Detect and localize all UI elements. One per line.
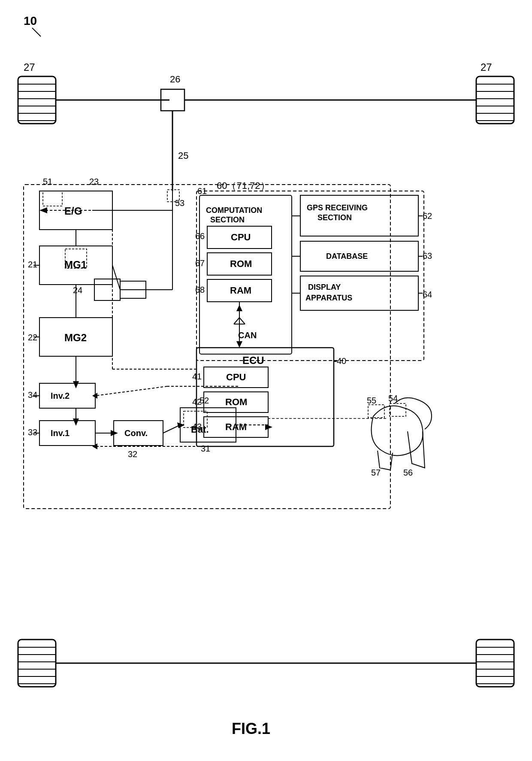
mg1-label: MG1 [64, 259, 87, 270]
label-51: 51 [43, 177, 52, 186]
cpu-top-label: CPU [231, 232, 251, 243]
wheel-top-right [476, 76, 514, 124]
label-64: 64 [423, 290, 432, 299]
can-arrow-down [236, 341, 242, 348]
accelerator-pedal [395, 398, 432, 429]
sensor-54-box [390, 403, 406, 416]
steering-wheel [372, 406, 423, 456]
power-split-box [94, 279, 120, 300]
sensor-55-box [368, 405, 384, 418]
gas-pedal [408, 431, 425, 468]
label-51-box [43, 191, 62, 206]
inv2-label: Inv.2 [51, 391, 70, 400]
label-40: 40 [337, 356, 346, 366]
label-26: 26 [170, 74, 180, 85]
label-61: 61 [197, 186, 207, 196]
label-24: 24 [73, 285, 82, 295]
label-57: 57 [371, 468, 381, 477]
gps-label2: SECTION [317, 213, 352, 222]
gps-label1: GPS RECEIVING [307, 203, 368, 212]
label-56: 56 [403, 468, 413, 477]
label-60: 60（71,72） [217, 180, 270, 191]
wheel-top-left [18, 76, 56, 124]
svg-line-30 [112, 265, 120, 290]
conv-label: Conv. [124, 428, 148, 438]
inv1-label: Inv.1 [51, 428, 70, 438]
label-27-left-top: 27 [24, 61, 35, 73]
label-25: 25 [178, 150, 188, 161]
figure-ref-10: 10 [24, 14, 37, 27]
label-41: 41 [192, 372, 202, 381]
label-53: 53 [175, 198, 184, 208]
bat-label: Bat. [191, 424, 209, 435]
display-box [300, 276, 418, 310]
wheel-bottom-right [476, 640, 514, 687]
display-label2: APPARATUS [305, 294, 352, 302]
label-62: 62 [423, 211, 432, 221]
label-66: 66 [195, 231, 205, 241]
ram-top-label: RAM [230, 285, 251, 296]
label-34: 34 [28, 390, 37, 400]
label-63: 63 [423, 251, 432, 261]
ecu-box [196, 348, 334, 446]
svg-line-37 [163, 425, 180, 433]
inv2-inv1-arrow [73, 418, 79, 426]
eg-label: E/G [64, 205, 82, 217]
label-33: 33 [28, 427, 37, 437]
svg-line-20 [239, 318, 245, 324]
svg-line-0 [32, 28, 41, 36]
label-21: 21 [28, 260, 37, 269]
fig-label: FIG.1 [232, 720, 270, 737]
diagram-container: 10 27 27 26 25 60（71,72） COMPUTATION SEC… [0, 0, 532, 761]
label-23: 23 [89, 177, 99, 186]
computation-section-label1: COMPUTATION [206, 206, 262, 215]
bat-ram-arrow [265, 424, 272, 430]
svg-line-45 [95, 386, 167, 396]
label-55: 55 [367, 396, 376, 405]
ecu-label: ECU [242, 355, 264, 366]
label-32: 32 [128, 449, 137, 459]
display-label1: DISPLAY [308, 283, 341, 291]
mg2-label: MG2 [64, 332, 87, 343]
wheel-bottom-left [18, 640, 56, 687]
cpu-ecu-label: CPU [226, 372, 246, 382]
label-54: 54 [388, 394, 398, 403]
database-label: DATABASE [326, 252, 368, 261]
label-31: 31 [201, 444, 210, 453]
mg2-inv2-arrow [73, 381, 79, 388]
computation-section-label2: SECTION [210, 215, 245, 224]
rom-ecu-label: ROM [225, 397, 247, 407]
svg-line-19 [234, 318, 239, 324]
label-52: 52 [200, 396, 209, 405]
rom-top-label: ROM [230, 258, 252, 269]
inv1-conv-arrow [111, 430, 118, 436]
label-68: 68 [195, 285, 205, 294]
label-67: 67 [195, 258, 205, 268]
label-27-right-top: 27 [481, 61, 492, 73]
can-label: CAN [238, 330, 257, 340]
